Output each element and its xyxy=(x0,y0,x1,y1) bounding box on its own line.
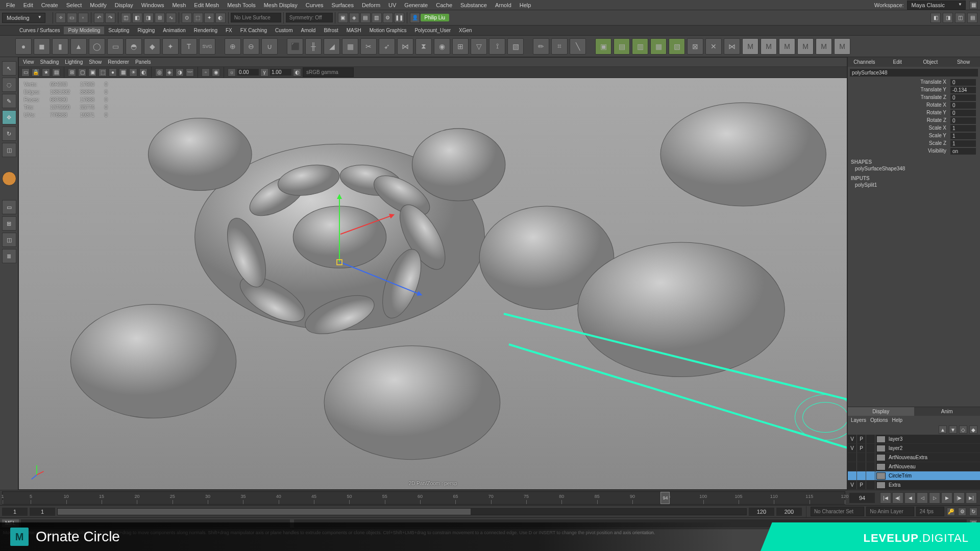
menu-uv[interactable]: UV xyxy=(384,1,400,9)
layer-playback-toggle[interactable] xyxy=(857,471,866,480)
vp-colorspace-dropdown[interactable]: sRGB gamma xyxy=(303,67,354,77)
account-icon[interactable]: 👤 xyxy=(410,13,420,23)
connect-icon[interactable]: ⋈ xyxy=(397,38,413,55)
attr-value[interactable]: on xyxy=(950,148,976,155)
custom-m2-icon[interactable]: M xyxy=(761,38,777,55)
menu-edit[interactable]: Edit xyxy=(19,1,37,9)
symmetry-dropdown[interactable]: Symmetry: Off xyxy=(286,13,333,22)
attr-value[interactable]: 0 xyxy=(950,117,976,124)
channelbox-toggle-icon[interactable]: ▤ xyxy=(967,13,977,23)
menu-windows[interactable]: Windows xyxy=(137,1,168,9)
layer-type-toggle[interactable] xyxy=(866,481,875,489)
menu-mesh[interactable]: Mesh xyxy=(168,1,190,9)
menu-surfaces[interactable]: Surfaces xyxy=(328,1,358,9)
range-visible-end-field[interactable]: 120 xyxy=(749,508,774,516)
time-slider-current[interactable]: 94 xyxy=(660,492,670,504)
poly-type-icon[interactable]: T xyxy=(181,38,197,55)
cb-tab-edit[interactable]: Edit xyxy=(881,57,914,67)
collapse-icon[interactable]: ▽ xyxy=(471,38,487,55)
le-menu-help[interactable]: Help xyxy=(892,417,902,423)
scale-tool[interactable]: ◫ xyxy=(2,143,16,157)
poly-plane-icon[interactable]: ▭ xyxy=(107,38,124,55)
vp-menu-lighting[interactable]: Lighting xyxy=(65,59,83,65)
layer-vis-toggle[interactable]: V xyxy=(848,444,857,453)
vp-shaded-icon[interactable]: ● xyxy=(109,68,117,77)
range-loop-button[interactable]: ↻ xyxy=(969,508,977,516)
vp-gamma-field[interactable] xyxy=(270,69,291,76)
bridge-icon[interactable]: ╫ xyxy=(305,38,322,55)
snap-view-icon[interactable]: ◐ xyxy=(215,13,226,23)
append-icon[interactable]: ▦ xyxy=(342,38,358,55)
attr-label[interactable]: Scale X xyxy=(852,125,946,132)
vp-menu-show[interactable]: Show xyxy=(89,59,102,65)
snap-curve-icon[interactable]: ∿ xyxy=(166,13,176,23)
le-menu-layers[interactable]: Layers xyxy=(851,417,866,423)
layer-color-swatch[interactable] xyxy=(876,472,886,480)
menu-set-selector[interactable]: Modeling xyxy=(2,13,45,23)
le-menu-options[interactable]: Options xyxy=(870,417,888,423)
pause-icon[interactable]: ❚❚ xyxy=(394,13,404,23)
menu-display[interactable]: Display xyxy=(111,1,137,9)
live-surface-dropdown[interactable]: No Live Surface xyxy=(231,13,281,22)
render-icon[interactable]: ▣ xyxy=(338,13,348,23)
step-forward-button[interactable]: ▶ xyxy=(941,492,952,504)
smooth-icon[interactable]: ◉ xyxy=(434,38,450,55)
sidebar-toggle-icon[interactable]: ◧ xyxy=(930,13,941,23)
attr-value[interactable]: -0.134 xyxy=(950,87,976,93)
poly-platonic-icon[interactable]: ◆ xyxy=(144,38,160,55)
redo-icon[interactable]: ↷ xyxy=(105,13,115,23)
custom-m1-icon[interactable]: M xyxy=(742,38,758,55)
gizmo-center[interactable] xyxy=(336,259,342,265)
anim-layer-dropdown[interactable]: No Anim Layer xyxy=(866,507,914,516)
mirror-icon[interactable]: ⧗ xyxy=(415,38,432,55)
select-component-icon[interactable]: ◨ xyxy=(143,13,154,23)
menu-file[interactable]: File xyxy=(2,1,19,9)
user-chip[interactable]: Philip Liu xyxy=(421,14,450,21)
save-scene-icon[interactable]: ▫ xyxy=(78,13,88,23)
menu-arnold[interactable]: Arnold xyxy=(491,1,516,9)
open-scene-icon[interactable]: ▭ xyxy=(67,13,77,23)
vp-bookmark-icon[interactable]: ★ xyxy=(42,68,50,77)
layer-playback-toggle[interactable] xyxy=(857,462,866,471)
layer-type-toggle[interactable] xyxy=(866,471,875,480)
layer-type-toggle[interactable] xyxy=(866,435,875,443)
shelf-tab-fxcache[interactable]: FX Caching xyxy=(236,27,271,34)
shelf-tab-poly[interactable]: Poly Modeling xyxy=(64,27,104,34)
custom-1-icon[interactable]: ▣ xyxy=(595,38,611,55)
vp-shadows-icon[interactable]: ◐ xyxy=(139,68,148,77)
layer-color-swatch[interactable] xyxy=(876,482,886,489)
shelf-tab-arnold[interactable]: Arnold xyxy=(297,27,320,34)
shelf-tab-sculpt[interactable]: Sculpting xyxy=(104,27,133,34)
autokey-button[interactable]: 🔑 xyxy=(947,508,955,516)
vp-menu-panels[interactable]: Panels xyxy=(135,59,151,65)
vp-motion-blur-icon[interactable]: 〰 xyxy=(186,68,194,77)
multicut-icon[interactable]: ✂ xyxy=(360,38,377,55)
layer-name[interactable]: CircleTrim xyxy=(887,473,912,479)
layer-row[interactable]: VPlayer3 xyxy=(848,435,980,444)
target-weld-icon[interactable]: ➶ xyxy=(379,38,395,55)
menu-cache[interactable]: Cache xyxy=(432,1,456,9)
layer-type-toggle[interactable] xyxy=(866,444,875,453)
layer-row[interactable]: VPExtra xyxy=(848,481,980,490)
layer-name[interactable]: layer2 xyxy=(887,445,902,451)
layer-playback-toggle[interactable]: P xyxy=(857,444,866,453)
step-forward-key-button[interactable]: |▶ xyxy=(953,492,965,504)
shelf-tab-curves[interactable]: Curves / Surfaces xyxy=(15,27,64,34)
layer-name[interactable]: Extra xyxy=(887,482,900,488)
attr-editor-toggle-icon[interactable]: ◨ xyxy=(943,13,953,23)
vp-exposure-icon[interactable]: ☼ xyxy=(228,68,236,77)
custom-m4-icon[interactable]: M xyxy=(797,38,814,55)
shelf-tab-bifrost[interactable]: Bifrost xyxy=(320,27,342,34)
layer-type-toggle[interactable] xyxy=(866,462,875,471)
le-move-up-icon[interactable]: ▲ xyxy=(939,425,947,434)
paint-select-tool[interactable]: ✎ xyxy=(2,94,16,108)
menu-deform[interactable]: Deform xyxy=(358,1,384,9)
cb-tab-show[interactable]: Show xyxy=(947,57,980,67)
layer-vis-toggle[interactable]: V xyxy=(848,481,857,489)
attr-label[interactable]: Rotate Y xyxy=(852,110,946,116)
menu-mesh-tools[interactable]: Mesh Tools xyxy=(223,1,259,9)
vp-image-plane-icon[interactable]: ▤ xyxy=(52,68,60,77)
layer-row[interactable]: CircleTrim xyxy=(848,471,980,481)
shelf-tab-custom[interactable]: Custom xyxy=(271,27,297,34)
layer-name[interactable]: layer3 xyxy=(887,436,902,442)
